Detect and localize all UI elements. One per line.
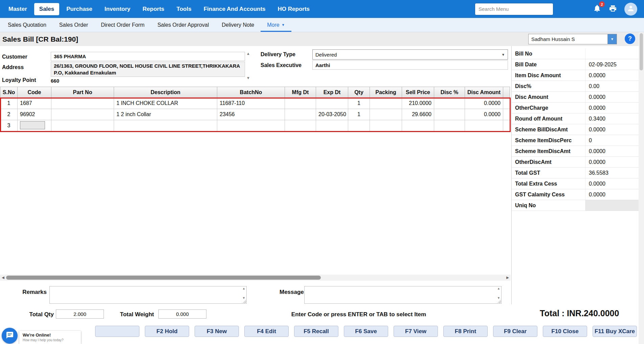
grid-cell[interactable] [51, 98, 114, 109]
delivery-type-select[interactable]: Delivered ▼ [312, 49, 508, 60]
subnav-item-more[interactable]: More▼ [261, 18, 291, 32]
grid-cell[interactable]: 1 [348, 109, 370, 120]
total-weight-input[interactable] [158, 309, 206, 319]
chat-launcher-button[interactable] [2, 328, 18, 344]
grid-cell[interactable] [316, 98, 348, 109]
grid-cell[interactable]: 20-03-2050 [316, 109, 348, 120]
grid-cell[interactable] [285, 98, 316, 109]
grid-cell[interactable]: 2 [0, 109, 18, 120]
topnav-item-finance-and-accounts[interactable]: Finance And Accounts [199, 3, 271, 15]
column-header-qty[interactable]: Qty [348, 87, 370, 98]
scroll-down-icon[interactable]: ▼ [497, 296, 500, 300]
grid-cell[interactable] [217, 120, 285, 131]
help-button[interactable]: ? [625, 34, 635, 44]
scrollbar-thumb[interactable] [640, 33, 643, 70]
subnav-item-sales-order[interactable]: Sales Order [53, 18, 94, 32]
fkey-f8-print[interactable]: F8 Print [443, 326, 488, 337]
scroll-left-icon[interactable]: ◀ [0, 275, 6, 281]
subnav-item-sales-order-approval[interactable]: Sales Order Approval [151, 18, 215, 32]
column-header-code[interactable]: Code [18, 87, 51, 98]
search-input[interactable] [475, 3, 553, 15]
grid-cell[interactable] [503, 98, 510, 109]
column-header-batchno[interactable]: BatchNo [217, 87, 285, 98]
column-header-packing[interactable]: Packing [370, 87, 402, 98]
grid-cell[interactable]: 96902 [18, 109, 51, 120]
grid-cell[interactable] [465, 120, 503, 131]
grid-cell[interactable] [370, 120, 402, 131]
scroll-down-icon[interactable]: ▼ [242, 296, 245, 300]
grid-cell[interactable] [285, 120, 316, 131]
column-header-blank[interactable] [503, 87, 510, 98]
column-header-disc-amount[interactable]: Disc Amount [465, 87, 503, 98]
grid-cell[interactable] [370, 98, 402, 109]
grid-cell[interactable]: 3 [0, 120, 18, 131]
message-input[interactable] [305, 286, 501, 303]
scrollbar-thumb[interactable] [6, 276, 321, 280]
column-header-disc[interactable]: Disc % [434, 87, 465, 98]
column-header-sell-price[interactable]: Sell Price [402, 87, 434, 98]
topnav-item-reports[interactable]: Reports [137, 3, 169, 15]
chat-status-card[interactable]: We're Online! How may I help you today? [19, 331, 81, 344]
grid-cell[interactable]: 1 INCH CHOKE COLLAR [114, 98, 217, 109]
scroll-up-icon[interactable]: ▲ [246, 51, 250, 56]
scroll-up-icon[interactable]: ▲ [497, 287, 500, 290]
grid-row-1[interactable]: 116871 INCH CHOKE COLLAR11687-1101210.00… [0, 98, 510, 109]
resize-grip-icon[interactable] [243, 300, 246, 303]
column-header-description[interactable]: Description [114, 87, 217, 98]
grid-cell[interactable]: 1 2 inch Collar [114, 109, 217, 120]
topnav-item-purchase[interactable]: Purchase [61, 3, 97, 15]
grid-cell[interactable] [402, 120, 434, 131]
fkey-f7-view[interactable]: F7 View [394, 326, 438, 337]
grid-cell[interactable] [316, 120, 348, 131]
scroll-down-icon[interactable]: ▼ [246, 76, 250, 80]
total-qty-input[interactable] [56, 309, 104, 319]
fkey-f6-save[interactable]: F6 Save [344, 326, 388, 337]
grid-cell[interactable] [434, 98, 465, 109]
fkey-f2-hold[interactable]: F2 Hold [145, 326, 189, 337]
column-header-mfg-dt[interactable]: Mfg Dt [285, 87, 316, 98]
topnav-item-sales[interactable]: Sales [34, 3, 59, 15]
fkey-f11-buy-xcare[interactable]: F11 Buy XCare [593, 326, 637, 337]
column-header-exp-dt[interactable]: Exp Dt [316, 87, 348, 98]
fkey-f9-clear[interactable]: F9 Clear [493, 326, 537, 337]
code-entry-input[interactable] [20, 121, 45, 129]
sales-executive-input[interactable] [312, 60, 508, 70]
grid-cell[interactable]: 210.0000 [402, 98, 434, 109]
scroll-up-icon[interactable]: ▲ [242, 287, 245, 290]
column-header-part-no[interactable]: Part No [51, 87, 114, 98]
print-button[interactable] [609, 4, 617, 14]
grid-cell[interactable] [348, 120, 370, 131]
subnav-item-sales-quotation[interactable]: Sales Quotation [1, 18, 53, 32]
grid-cell[interactable]: 0.0000 [465, 109, 503, 120]
grid-cell[interactable] [434, 109, 465, 120]
topnav-item-master[interactable]: Master [3, 3, 32, 15]
grid-cell[interactable]: 23456 [217, 109, 285, 120]
grid-cell[interactable]: 11687-110 [217, 98, 285, 109]
chevron-down-icon[interactable]: ▼ [607, 34, 617, 44]
fkey-blank[interactable] [95, 326, 139, 337]
grid-cell[interactable] [285, 109, 316, 120]
fkey-f5-recall[interactable]: F5 Recall [294, 326, 338, 337]
grid-cell[interactable]: 1 [348, 98, 370, 109]
grid-cell[interactable]: 1687 [18, 98, 51, 109]
address-input[interactable]: 26/1363, GROUND FLOOR, NOEL HOUSE CIVIL … [51, 62, 245, 77]
column-header-s-no[interactable]: S.No [0, 87, 18, 98]
remarks-input[interactable] [50, 286, 246, 303]
grid-cell[interactable] [503, 120, 510, 131]
fkey-f4-edit[interactable]: F4 Edit [244, 326, 289, 337]
grid-cell[interactable]: 0.0000 [465, 98, 503, 109]
grid-row-3[interactable]: 3 [0, 120, 510, 131]
subnav-item-delivery-note[interactable]: Delivery Note [215, 18, 261, 32]
grid-row-2[interactable]: 2969021 2 inch Collar2345620-03-2050129.… [0, 109, 510, 120]
grid-cell[interactable]: 29.6600 [402, 109, 434, 120]
avatar[interactable] [624, 3, 637, 16]
scroll-right-icon[interactable]: ▶ [505, 275, 511, 281]
topnav-item-tools[interactable]: Tools [172, 3, 197, 15]
grid-cell[interactable] [51, 120, 114, 131]
subnav-item-direct-order-form[interactable]: Direct Order Form [94, 18, 151, 32]
fkey-f10-close[interactable]: F10 Close [543, 326, 587, 337]
grid-cell[interactable] [51, 109, 114, 120]
topnav-item-inventory[interactable]: Inventory [99, 3, 136, 15]
grid-cell[interactable] [503, 109, 510, 120]
customer-input[interactable] [51, 52, 245, 61]
